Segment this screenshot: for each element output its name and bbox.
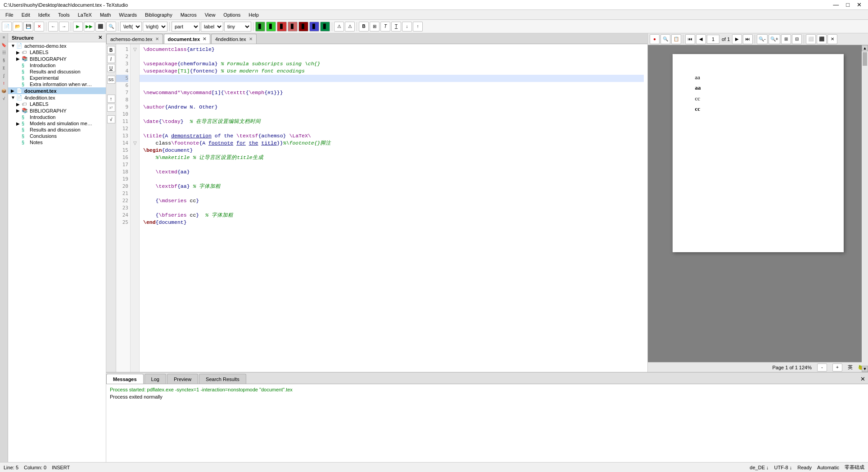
menu-macros[interactable]: Macros — [177, 11, 200, 18]
pdf-last-page-btn[interactable]: ⏭ — [743, 34, 753, 44]
ref-btn[interactable]: ⊞ — [370, 22, 380, 32]
menu-help[interactable]: Help — [245, 11, 262, 18]
tree-bibliography-2[interactable]: ▶ 📚 BIBLIOGRAPHY — [8, 107, 106, 114]
tree-arrow-bib-2[interactable]: ▶ — [16, 108, 22, 113]
tree-arrow-models-2[interactable]: ▶ — [16, 121, 22, 126]
italic-sidebar-btn[interactable]: I — [107, 55, 115, 63]
menu-file[interactable]: File — [2, 11, 17, 18]
warn-btn-1[interactable]: ⚠ — [334, 22, 344, 32]
minimize-button[interactable]: — — [830, 1, 841, 8]
tree-arrow-achemso[interactable]: ▼ — [11, 43, 16, 48]
pdf-fit-width-btn[interactable]: ⊟ — [792, 34, 802, 44]
pdf-maximize-btn[interactable]: ⬜ — [806, 34, 816, 44]
menu-edit[interactable]: Edit — [18, 11, 34, 18]
color-btn-7[interactable]: ▊ — [320, 22, 330, 32]
tree-file-4nd[interactable]: ▼ 📄 4ndedition.tex — [8, 94, 106, 101]
section-select[interactable]: part chapter section — [172, 22, 200, 32]
superscript-sidebar-btn[interactable]: ↑ — [107, 95, 115, 103]
tab-achemso[interactable]: achemso-demo.tex ✕ — [106, 34, 163, 44]
compile-button[interactable]: ▶ — [73, 22, 83, 32]
pdf-first-page-btn[interactable]: ⏮ — [685, 34, 695, 44]
pdf-copy-btn[interactable]: 📋 — [671, 34, 681, 44]
bold-btn[interactable]: B — [359, 22, 369, 32]
new-button[interactable]: 📄 — [2, 22, 12, 32]
align-sidebar-btn[interactable]: SS — [107, 76, 115, 84]
pdf-zoom-in-btn[interactable]: 🔍+ — [769, 34, 780, 44]
menu-wizards[interactable]: Wizards — [115, 11, 140, 18]
tree-bibliography-1[interactable]: ▶ 📚 BIBLIOGRAPHY — [8, 55, 106, 62]
packages-icon[interactable]: 📦 — [1, 88, 7, 94]
code-editor[interactable]: \documentclass{article} \usepackage{chem… — [140, 44, 647, 372]
subscript-sidebar-btn[interactable]: x² — [107, 104, 115, 112]
tree-conclusions-2[interactable]: § Conclusions — [8, 133, 106, 139]
compile-view-button[interactable]: ▶▶ — [84, 22, 95, 32]
bookmarks-icon[interactable]: 🔖 — [1, 42, 7, 48]
menu-math[interactable]: Math — [96, 11, 114, 18]
tree-introduction-1[interactable]: § Introduction — [8, 62, 106, 68]
tab-log[interactable]: Log — [145, 374, 166, 384]
tree-extra-1[interactable]: § Extra information when writi... — [8, 81, 106, 87]
pdf-restore-btn[interactable]: ⬛ — [817, 34, 827, 44]
tree-models-2[interactable]: ▶ § Models and simulation metho... — [8, 120, 106, 127]
bold-sidebar-btn[interactable]: B — [107, 46, 115, 54]
label-select[interactable]: label — [201, 22, 223, 32]
pdf-zoom-out-btn[interactable]: 🔍- — [757, 34, 767, 44]
tree-labels-2[interactable]: ▶ 🏷 LABELS — [8, 101, 106, 107]
pdf-fit-btn[interactable]: ⊞ — [781, 34, 791, 44]
pdf-page-input[interactable] — [707, 35, 719, 44]
menu-tools[interactable]: Tools — [54, 11, 73, 18]
tree-experimental-1[interactable]: § Experimental — [8, 75, 106, 81]
tree-arrow-labels-2[interactable]: ▶ — [16, 102, 22, 107]
menu-options[interactable]: Options — [220, 11, 244, 18]
undo-button[interactable]: ← — [48, 22, 58, 32]
close-button[interactable]: ✕ — [854, 1, 864, 8]
tree-results-2[interactable]: § Results and discussion — [8, 127, 106, 133]
sup-btn[interactable]: ↑ — [413, 22, 423, 32]
tab-document[interactable]: document.tex ✕ — [164, 34, 211, 44]
tree-arrow-document[interactable]: ▶ — [11, 88, 16, 93]
tab-achemso-close[interactable]: ✕ — [155, 36, 159, 41]
tab-preview[interactable]: Preview — [167, 374, 198, 384]
tab-4nd-close[interactable]: ✕ — [249, 36, 253, 41]
warn-btn-2[interactable]: ⚠ — [345, 22, 355, 32]
tab-search-results[interactable]: Search Results — [199, 374, 246, 384]
menu-latex[interactable]: LaTeX — [74, 11, 95, 18]
maximize-button[interactable]: □ — [843, 1, 852, 8]
menu-view[interactable]: View — [201, 11, 219, 18]
tree-arrow-4nd[interactable]: ▼ — [11, 95, 16, 100]
tree-file-document[interactable]: ▶ 📄 document.tex — [8, 87, 106, 94]
tab-4nd[interactable]: 4ndedition.tex ✕ — [211, 34, 257, 44]
tab-messages[interactable]: Messages — [106, 374, 144, 384]
pdf-scroll-up-btn[interactable]: ▲ — [862, 45, 868, 51]
pdf-red-btn[interactable]: ● — [650, 34, 660, 44]
redo-button[interactable]: → — [59, 22, 69, 32]
save-button[interactable]: 💾 — [23, 22, 33, 32]
italic-btn[interactable]: T — [380, 22, 390, 32]
menu-bibliography[interactable]: Bibliography — [141, 11, 176, 18]
toc-icon[interactable]: § — [1, 57, 7, 64]
underline-sidebar-btn[interactable]: U — [107, 64, 115, 72]
math-icon[interactable]: ∫ — [1, 73, 7, 79]
color-btn-5[interactable]: ▊ — [298, 22, 308, 32]
tree-notes-2[interactable]: § Notes — [8, 139, 106, 145]
underline-btn[interactable]: T — [391, 22, 401, 32]
stop-button[interactable]: ⬛ — [95, 22, 105, 32]
calculator-icon[interactable]: √ — [1, 95, 7, 102]
color-btn-4[interactable]: ▊ — [288, 22, 298, 32]
sub-btn[interactable]: ↓ — [402, 22, 412, 32]
tree-arrow-labels-1[interactable]: ▶ — [16, 50, 22, 55]
env-sidebar-btn[interactable]: √ — [107, 115, 115, 123]
symbols-icon[interactable]: Σ — [1, 65, 7, 71]
color-btn-3[interactable]: ▊ — [277, 22, 287, 32]
tree-introduction-2[interactable]: § Introduction — [8, 114, 106, 120]
right-bracket-select[interactable]: \right) \right] — [143, 22, 167, 32]
open-button[interactable]: 📂 — [13, 22, 23, 32]
pdf-prev-btn[interactable]: ◀ — [696, 34, 706, 44]
structure-icon[interactable]: ≡ — [1, 34, 7, 41]
tree-arrow-bib-1[interactable]: ▶ — [16, 56, 22, 61]
tab-document-close[interactable]: ✕ — [203, 36, 206, 41]
pdf-search-btn[interactable]: 🔍 — [660, 34, 670, 44]
errors-icon[interactable]: ! — [1, 80, 7, 86]
pdf-scroll-thumb[interactable] — [863, 52, 867, 66]
outline-icon[interactable]: ☷ — [1, 50, 7, 56]
